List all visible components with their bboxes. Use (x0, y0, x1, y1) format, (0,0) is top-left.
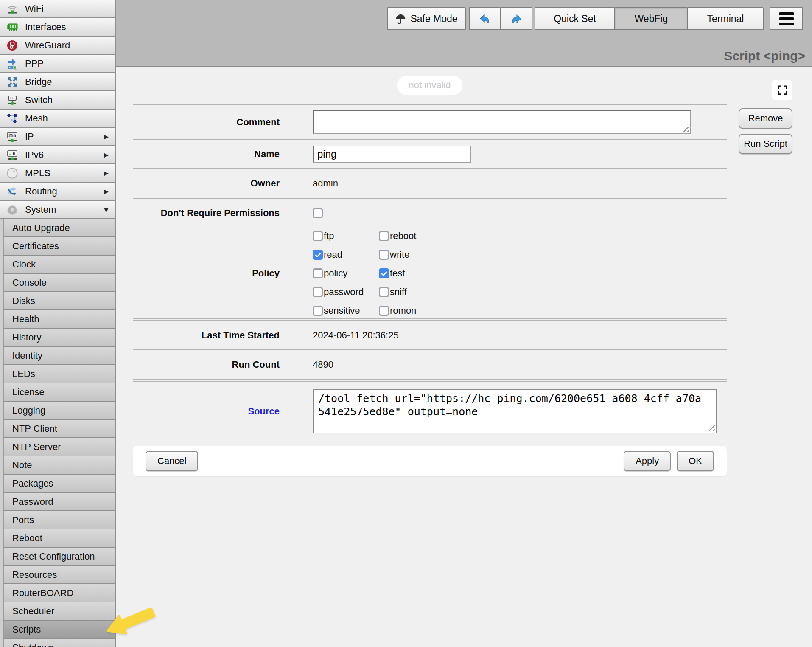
sidebar-item-clock[interactable]: Clock (3, 256, 115, 274)
system-icon (6, 203, 19, 216)
sidebar-item-mesh[interactable]: Mesh (0, 110, 115, 128)
safe-mode-label: Safe Mode (410, 13, 457, 25)
svg-text:255: 255 (8, 133, 16, 138)
source-label[interactable]: Source (133, 406, 313, 417)
status-badge: not invalid (397, 76, 462, 95)
redo-icon (510, 12, 523, 25)
wireguard-icon (6, 39, 19, 52)
ipv6-icon: ✓6 (6, 149, 19, 161)
form-row-source: Source /tool fetch url="https://hc-ping.… (133, 379, 727, 441)
sidebar-item-auto-upgrade[interactable]: Auto Upgrade (3, 219, 115, 237)
tab-terminal[interactable]: Terminal (687, 7, 764, 30)
sidebar-item-shutdown[interactable]: Shutdown (3, 639, 115, 647)
mpls-icon (6, 167, 19, 180)
comment-input[interactable] (313, 110, 691, 134)
sidebar-item-certificates[interactable]: Certificates (3, 237, 115, 256)
source-input[interactable]: /tool fetch url="https://hc-ping.com/620… (313, 389, 717, 433)
sidebar-item-wifi[interactable]: WiFi (0, 0, 115, 18)
apply-button[interactable]: Apply (624, 451, 671, 471)
sidebar-item-note[interactable]: Note (3, 456, 115, 475)
redo-button[interactable] (500, 7, 532, 30)
run-script-button[interactable]: Run Script (739, 134, 792, 154)
sidebar-item-license[interactable]: License (3, 383, 115, 402)
remove-button[interactable]: Remove (739, 108, 792, 129)
policy-checkbox-reboot[interactable] (379, 231, 389, 241)
content: not invalid Comment Name Owner (116, 67, 812, 647)
name-input[interactable] (313, 146, 471, 163)
cancel-button[interactable]: Cancel (146, 451, 198, 471)
sidebar-item-ppp[interactable]: PPP (0, 55, 115, 73)
sidebar-item-switch[interactable]: Switch (0, 91, 115, 110)
safe-mode-button[interactable]: Safe Mode (387, 7, 466, 30)
policy-checkbox-password[interactable] (313, 287, 323, 297)
last-time-started-label: Last Time Started (133, 330, 313, 341)
sidebar-item-ip[interactable]: 255IP▶ (0, 128, 115, 146)
fullscreen-icon (777, 84, 788, 96)
sidebar-item-ntp-server[interactable]: NTP Server (3, 438, 115, 456)
policy-checkbox-ftp[interactable] (313, 231, 323, 241)
sidebar-main: WiFiInterfacesWireGuardPPPBridgeSwitchMe… (0, 0, 115, 219)
sidebar-item-password[interactable]: Password (3, 493, 115, 511)
dont-require-permissions-checkbox[interactable] (313, 208, 323, 218)
comment-label: Comment (133, 117, 313, 128)
form-row-run-count: Run Count 4890 (133, 349, 727, 379)
tab-quick-set[interactable]: Quick Set (535, 7, 615, 30)
sidebar-item-system[interactable]: System▼ (0, 201, 115, 219)
svg-text:✓: ✓ (9, 151, 12, 156)
hamburger-icon (779, 12, 794, 15)
last-time-started-value: 2024-06-11 20:36:25 (313, 330, 399, 341)
sidebar-item-ipv6[interactable]: ✓6IPv6▶ (0, 146, 115, 164)
owner-label: Owner (133, 178, 313, 189)
sidebar-item-leds[interactable]: LEDs (3, 365, 115, 383)
ok-button[interactable]: OK (677, 451, 714, 471)
policy-checkbox-test[interactable] (379, 268, 389, 278)
svg-text:6: 6 (13, 151, 16, 156)
form-row-last-time-started: Last Time Started 2024-06-11 20:36:25 (133, 318, 727, 349)
policy-checkbox-write[interactable] (379, 250, 389, 260)
policy-option-password: password (313, 287, 379, 298)
sidebar-item-scripts[interactable]: Scripts (3, 621, 115, 639)
sidebar-item-reset-configuration[interactable]: Reset Configuration (3, 548, 115, 566)
owner-value: admin (313, 178, 338, 189)
chevron-right-icon: ▶ (104, 188, 109, 195)
policy-checkbox-sensitive[interactable] (313, 306, 323, 316)
policy-checkbox-policy[interactable] (313, 268, 323, 278)
sidebar-item-ports[interactable]: Ports (3, 511, 115, 529)
sidebar-item-routing[interactable]: Routing▶ (0, 183, 115, 201)
sidebar-item-reboot[interactable]: Reboot (3, 529, 115, 548)
form-row-comment: Comment (133, 104, 727, 139)
tab-webfig[interactable]: WebFig (614, 7, 688, 30)
run-count-value: 4890 (313, 359, 333, 370)
sidebar-item-interfaces[interactable]: Interfaces (0, 18, 115, 37)
switch-icon (6, 94, 19, 107)
sidebar-item-packages[interactable]: Packages (3, 475, 115, 493)
sidebar-item-bridge[interactable]: Bridge (0, 73, 115, 91)
sidebar-item-resources[interactable]: Resources (3, 566, 115, 584)
sidebar-item-console[interactable]: Console (3, 274, 115, 292)
sidebar: WiFiInterfacesWireGuardPPPBridgeSwitchMe… (0, 0, 116, 647)
sidebar-item-ntp-client[interactable]: NTP Client (3, 420, 115, 438)
undo-button[interactable] (469, 7, 501, 30)
sidebar-item-wireguard[interactable]: WireGuard (0, 37, 115, 55)
menu-button[interactable] (770, 7, 803, 30)
policy-option-read: read (313, 249, 379, 260)
fullscreen-button[interactable] (772, 80, 792, 100)
policy-grid: ftprebootreadwritepolicytestpasswordsnif… (313, 231, 515, 316)
sidebar-item-scheduler[interactable]: Scheduler (3, 602, 115, 621)
mesh-icon (6, 112, 19, 125)
sidebar-item-disks[interactable]: Disks (3, 292, 115, 310)
policy-option-romon: romon (379, 305, 515, 316)
sidebar-item-mpls[interactable]: MPLS▶ (0, 164, 115, 183)
bridge-icon (6, 76, 19, 88)
sidebar-item-identity[interactable]: Identity (3, 347, 115, 365)
sidebar-item-routerboard[interactable]: RouterBOARD (3, 584, 115, 602)
policy-checkbox-romon[interactable] (379, 306, 389, 316)
policy-checkbox-sniff[interactable] (379, 287, 389, 297)
script-form: not invalid Comment Name Owner (133, 67, 727, 476)
policy-option-ftp: ftp (313, 231, 379, 242)
policy-option-policy: policy (313, 268, 379, 279)
policy-checkbox-read[interactable] (313, 250, 323, 260)
sidebar-item-health[interactable]: Health (3, 310, 115, 329)
sidebar-item-history[interactable]: History (3, 329, 115, 347)
sidebar-item-logging[interactable]: Logging (3, 402, 115, 420)
